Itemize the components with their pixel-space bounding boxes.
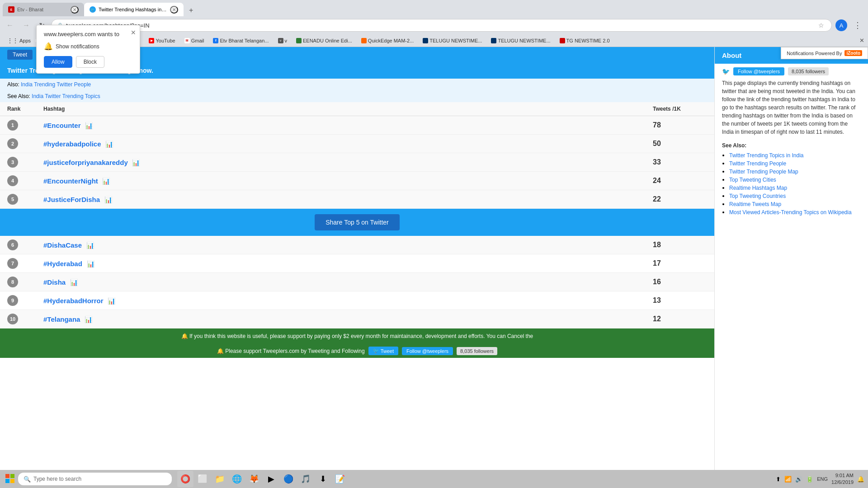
about-title: About xyxy=(722,52,741,59)
popup-title: www.tweeplers.com wants to xyxy=(44,31,132,38)
see-also-link-3[interactable]: Twitter Trending People Map xyxy=(729,169,798,175)
taskbar-browser-icon[interactable]: 🌐 xyxy=(229,471,245,487)
twitter-icon: 🐦 xyxy=(722,68,730,75)
table-header: Rank Hashtag Tweets /1K xyxy=(0,102,714,116)
taskbar-file-explorer-icon[interactable]: 📁 xyxy=(212,471,228,487)
see-also-link-6[interactable]: Top Tweeting Countries xyxy=(729,193,786,199)
bookmark-telugu1[interactable]: TELUGU NEWSTIME... xyxy=(419,37,486,44)
browser-menu-button[interactable]: ⋮ xyxy=(851,19,864,32)
taskbar-download-icon[interactable]: ⬇ xyxy=(315,471,331,487)
share-top5-button[interactable]: Share Top 5 on Twitter xyxy=(315,214,400,230)
hashtag-link-5[interactable]: #JusticeForDisha xyxy=(43,196,100,203)
popup-close-button[interactable]: ✕ xyxy=(131,29,136,36)
see-also-links: See Also: India Twitter Trending Topics xyxy=(0,90,714,102)
chart-icon-1: 📊 xyxy=(85,122,93,129)
forward-button[interactable]: → xyxy=(20,19,33,31)
bookmark-apps-label: Apps xyxy=(19,38,31,43)
new-tab-button[interactable]: + xyxy=(185,5,197,16)
tray-icon-1[interactable]: ⬆ xyxy=(776,476,781,483)
clock[interactable]: 9:01 AM 12/6/2019 xyxy=(831,472,854,486)
bookmark-tg-favicon xyxy=(560,38,565,43)
bookmark-telugu2[interactable]: TELUGU NEWSTIME... xyxy=(487,37,554,44)
notification-bell-taskbar-icon[interactable]: 🔔 xyxy=(857,476,864,483)
tweet-count-4: 24 xyxy=(653,177,661,184)
bookmark-telugu1-label: TELUGU NEWSTIME... xyxy=(429,38,482,43)
tab-1-close[interactable]: ✕ xyxy=(71,6,79,14)
taskbar-media-icon[interactable]: 🎵 xyxy=(297,471,314,487)
bookmark-star-icon[interactable]: ☆ xyxy=(816,21,826,30)
hashtag-link-4[interactable]: #EncounterNight xyxy=(43,177,98,185)
see-also-link-8[interactable]: Most Viewed Articles-Trending Topics on … xyxy=(729,209,852,216)
taskbar-notes-icon[interactable]: 📝 xyxy=(332,471,348,487)
tab-2-close[interactable]: ✕ xyxy=(170,6,178,14)
allow-button[interactable]: Allow xyxy=(44,56,72,68)
volume-icon[interactable]: 🔊 xyxy=(795,476,802,483)
bookmark-gmail[interactable]: M Gmail xyxy=(181,37,208,44)
clock-time: 9:01 AM xyxy=(831,472,854,479)
tweet-top-button[interactable]: Tweet xyxy=(7,50,33,60)
taskbar-cortana-icon[interactable]: ⭕ xyxy=(177,471,193,487)
address-bar[interactable]: 🔒 tweeplers.com/hashtags/?cc=IN ☆ xyxy=(51,19,832,32)
izooto-banner: Notifications Powered By iZooto xyxy=(781,47,868,59)
bookmark-tg[interactable]: TG NEWSTIME 2.0 xyxy=(556,37,613,44)
see-also-link-1[interactable]: Twitter Trending Topics in India xyxy=(729,152,804,159)
battery-icon[interactable]: 🔋 xyxy=(806,476,813,483)
also-link-trending-people[interactable]: India Trending Twitter People xyxy=(21,81,91,88)
bookmark-yt-favicon: ▶ xyxy=(149,38,154,43)
hashtag-link-3[interactable]: #justiceforpriyanakareddy xyxy=(43,159,128,166)
table-row: 7 #Hyderabad 📊 17 xyxy=(0,254,714,273)
block-button[interactable]: Block xyxy=(76,56,104,68)
notification-bell-icon: 🔔 xyxy=(44,42,53,51)
bookmark-eenadu[interactable]: EENADU Online Edi... xyxy=(292,37,356,44)
table-row: 4 #EncounterNight 📊 24 xyxy=(0,172,714,190)
bookmark-v[interactable]: v v xyxy=(274,37,291,44)
bookmark-etv-telangan[interactable]: f Etv Bharat Telangan... xyxy=(209,37,272,44)
taskbar: 🔍 Type here to search ⭕ ⬜ 📁 🌐 🦊 ▶ 🔵 🎵 ⬇ … xyxy=(0,470,868,488)
bookmark-eenadu-label: EENADU Online Edi... xyxy=(303,38,352,43)
taskbar-playstore-icon[interactable]: ▶ xyxy=(263,471,279,487)
hashtag-link-6[interactable]: #DishaCase xyxy=(43,241,82,249)
taskbar-firefox-icon[interactable]: 🦊 xyxy=(246,471,262,487)
hashtag-link-2[interactable]: #hyderabadpolice xyxy=(43,140,101,148)
support-follow-button[interactable]: Follow @tweeplers xyxy=(402,347,453,355)
rank-badge-1: 1 xyxy=(7,120,18,131)
follow-twitter-button[interactable]: Follow @tweeplers xyxy=(733,67,784,75)
network-icon[interactable]: 📶 xyxy=(784,476,792,483)
see-also-list: Twitter Trending Topics in India Twitter… xyxy=(715,152,868,221)
taskbar-search-box[interactable]: 🔍 Type here to search xyxy=(18,473,172,485)
tweet-count-10: 12 xyxy=(653,315,661,323)
rank-badge-7: 7 xyxy=(7,258,18,269)
support-tweet-button[interactable]: 🐦 Tweet xyxy=(368,347,398,355)
bookmark-fb-favicon: f xyxy=(213,38,218,43)
support-follower-count: 8,035 followers xyxy=(457,347,497,355)
see-also-link-2[interactable]: Twitter Trending People xyxy=(729,160,786,167)
table-row: 9 #HyderabadHorror 📊 13 xyxy=(0,291,714,310)
bookmarks-close[interactable]: ✕ xyxy=(859,37,864,44)
tab-1[interactable]: E Etv - Bharat ✕ xyxy=(3,3,84,16)
see-also-heading: See Also: xyxy=(715,141,868,150)
hashtag-link-1[interactable]: #Encounter xyxy=(43,122,81,129)
table-row: 5 #JusticeForDisha 📊 22 xyxy=(0,190,714,209)
hashtag-link-10[interactable]: #Telangana xyxy=(43,315,80,323)
see-also-link-7[interactable]: Realtime Tweets Map xyxy=(729,201,781,207)
tweet-count-1: 78 xyxy=(653,121,661,129)
hashtag-link-8[interactable]: #Disha xyxy=(43,278,66,286)
back-button[interactable]: ← xyxy=(4,19,16,31)
see-also-link-4[interactable]: Top Tweeting Cities xyxy=(729,177,776,183)
taskbar-chrome-icon[interactable]: 🔵 xyxy=(280,471,297,487)
start-button[interactable] xyxy=(4,472,16,486)
bookmark-quickedge[interactable]: QuickEdge MAM-2... xyxy=(358,37,417,44)
also-label: Also: xyxy=(7,81,21,88)
tab-2[interactable]: 🐦 Twitter Trending Hashtags in In... ✕ xyxy=(84,3,184,16)
hashtag-link-9[interactable]: #HyderabadHorror xyxy=(43,297,104,305)
see-also-link-trending-topics[interactable]: India Twitter Trending Topics xyxy=(32,93,100,99)
taskbar-multitask-icon[interactable]: ⬜ xyxy=(194,471,211,487)
bookmark-apps[interactable]: ⋮⋮ Apps xyxy=(4,37,34,45)
hashtag-link-7[interactable]: #Hyderabad xyxy=(43,260,82,267)
user-avatar-button[interactable]: A xyxy=(835,19,847,31)
see-also-link-5[interactable]: Realtime Hashtags Map xyxy=(729,185,787,191)
chart-icon-9: 📊 xyxy=(108,297,115,305)
follower-count-badge: 8,035 followers xyxy=(788,67,829,75)
table-row: 8 #Disha 📊 16 xyxy=(0,273,714,291)
bookmark-youtube[interactable]: ▶ YouTube xyxy=(145,37,179,44)
